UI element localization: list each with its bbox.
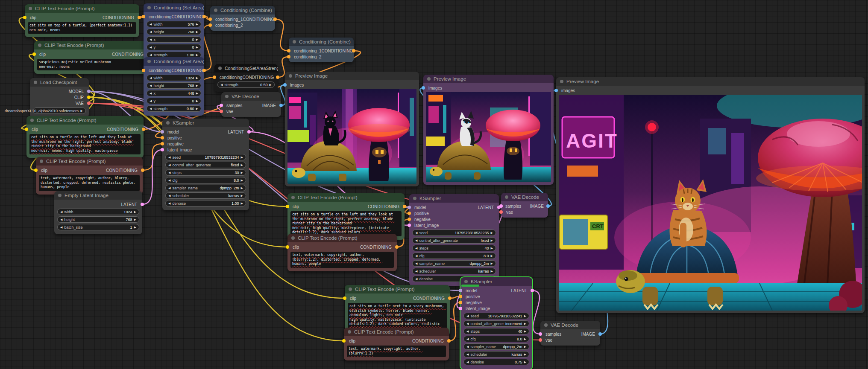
decrement-arrow-icon[interactable]: ◀ xyxy=(415,231,417,234)
output-port-conditioning[interactable] xyxy=(138,16,141,19)
combo-arrow-icon[interactable]: ▶ xyxy=(81,109,83,112)
increment-arrow-icon[interactable]: ▶ xyxy=(491,239,493,242)
collapse-dot-icon[interactable] xyxy=(29,7,32,10)
decrement-arrow-icon[interactable]: ◀ xyxy=(150,92,152,95)
node-clip-text-encode-6[interactable]: CLIP Text Encode (Prompt) clipCONDITIONI… xyxy=(287,234,397,271)
input-port-clip[interactable] xyxy=(286,205,289,208)
input-port-conditioning-2[interactable] xyxy=(208,23,212,27)
input-port-clip[interactable] xyxy=(342,339,346,343)
node-conditioning-set-area-strength[interactable]: ConditioningSetAreaStrength conditioning… xyxy=(214,64,278,92)
input-port-negative[interactable] xyxy=(408,218,411,221)
prompt-text[interactable]: cat sits on top of a turtle, (perfect an… xyxy=(28,22,136,34)
increment-arrow-icon[interactable]: ▶ xyxy=(524,322,526,325)
decrement-arrow-icon[interactable]: ◀ xyxy=(168,156,170,159)
increment-arrow-icon[interactable]: ▶ xyxy=(134,226,136,229)
node-title-bar[interactable]: ConditioningSetAreaStrength xyxy=(214,64,278,73)
widget-row[interactable]: ◀ seed 1079579318532235 ▶ xyxy=(412,230,496,236)
node-preview-image-1[interactable]: Preview Image images xyxy=(285,72,419,186)
increment-arrow-icon[interactable]: ▶ xyxy=(491,270,493,273)
collapse-dot-icon[interactable] xyxy=(291,236,295,240)
output-port-image[interactable] xyxy=(546,204,550,208)
output-port-vae[interactable] xyxy=(87,102,91,105)
node-title-bar[interactable]: KSampler xyxy=(409,194,499,203)
decrement-arrow-icon[interactable]: ◀ xyxy=(150,84,152,87)
output-port-conditioning[interactable] xyxy=(276,76,279,79)
collapse-dot-icon[interactable] xyxy=(413,197,416,200)
node-conditioning-set-area-2[interactable]: Conditioning (Set Area) conditioningCOND… xyxy=(144,57,204,116)
increment-arrow-icon[interactable]: ▶ xyxy=(241,186,243,189)
decrement-arrow-icon[interactable]: ◀ xyxy=(150,99,152,102)
decrement-arrow-icon[interactable]: ◀ xyxy=(168,163,170,166)
widget-row[interactable]: ◀ width 1024 ▶ xyxy=(147,75,201,81)
input-port-conditioning[interactable] xyxy=(213,76,216,79)
node-title-bar[interactable]: VAE Decode xyxy=(540,321,600,329)
decrement-arrow-icon[interactable]: ◀ xyxy=(60,218,62,221)
node-clip-text-encode-1[interactable]: CLIP Text Encode (Prompt) clipCONDITIONI… xyxy=(25,4,139,37)
widget-row[interactable]: ◀ seed 1079579318532241 ▶ xyxy=(463,313,529,319)
increment-arrow-icon[interactable]: ▶ xyxy=(196,46,198,49)
node-title-bar[interactable]: Empty Latent Image xyxy=(54,191,142,200)
decrement-arrow-icon[interactable]: ◀ xyxy=(168,179,170,182)
input-port-samples[interactable] xyxy=(499,204,503,208)
node-title-bar[interactable]: CLIP Text Encode (Prompt) xyxy=(344,328,449,336)
collapse-dot-icon[interactable] xyxy=(348,330,351,334)
increment-arrow-icon[interactable]: ▶ xyxy=(241,163,243,166)
widget-row[interactable]: ◀ scheduler karras ▶ xyxy=(165,192,246,199)
collapse-dot-icon[interactable] xyxy=(34,81,37,84)
node-clip-text-encode-4[interactable]: CLIP Text Encode (Prompt) clipCONDITIONI… xyxy=(36,157,143,195)
input-port-vae[interactable] xyxy=(499,210,503,214)
decrement-arrow-icon[interactable]: ◀ xyxy=(220,83,223,86)
decrement-arrow-icon[interactable]: ◀ xyxy=(168,202,170,205)
increment-arrow-icon[interactable]: ▶ xyxy=(241,156,243,159)
node-title-bar[interactable]: Conditioning (Set Area) xyxy=(144,57,204,66)
node-title-bar[interactable]: CLIP Text Encode (Prompt) xyxy=(36,157,143,166)
node-title-bar[interactable]: CLIP Text Encode (Prompt) xyxy=(287,234,397,242)
widget-row[interactable]: ◀ control_after_generate increment ▶ xyxy=(463,320,529,327)
output-port-clip[interactable] xyxy=(87,96,91,99)
decrement-arrow-icon[interactable]: ◀ xyxy=(168,171,170,174)
input-port-conditioning-2[interactable] xyxy=(287,55,290,58)
widget-row[interactable]: ◀ control_after_generate fixed ▶ xyxy=(165,162,246,168)
collapse-dot-icon[interactable] xyxy=(166,121,170,125)
node-title-bar[interactable]: Preview Image xyxy=(285,72,419,80)
prompt-text[interactable]: text, watermark, copyright, author, blur… xyxy=(39,175,140,191)
node-conditioning-set-area-1[interactable]: Conditioning (Set Area) conditioningCOND… xyxy=(144,3,204,62)
decrement-arrow-icon[interactable]: ◀ xyxy=(415,270,417,273)
prompt-text[interactable]: text, watermark, copyright, author, (blu… xyxy=(290,252,394,268)
node-title-bar[interactable]: KSampler xyxy=(162,119,249,127)
widget-row[interactable]: ◀ sampler_name dpmpp_2m ▶ xyxy=(165,185,246,191)
collapse-dot-icon[interactable] xyxy=(464,280,468,283)
widget-row[interactable]: ◀ sampler_name dpmpp_2m ▶ xyxy=(463,343,529,350)
input-port-vae[interactable] xyxy=(539,338,542,342)
decrement-arrow-icon[interactable]: ◀ xyxy=(168,194,170,197)
node-ksampler-2[interactable]: KSampler modelLATENT positive negative l… xyxy=(409,194,499,286)
input-port-latent-image[interactable] xyxy=(161,148,164,151)
input-port-clip[interactable] xyxy=(23,16,26,19)
node-graph-canvas[interactable]: CLIP Text Encode (Prompt) clipCONDITIONI… xyxy=(0,0,868,369)
widget-row[interactable]: ◀ control_after_generate fixed ▶ xyxy=(412,237,496,244)
collapse-dot-icon[interactable] xyxy=(218,67,222,70)
node-title-bar[interactable]: VAE Decode xyxy=(501,193,548,201)
increment-arrow-icon[interactable]: ▶ xyxy=(196,30,198,33)
widget-row[interactable]: ◀ y 0 ▶ xyxy=(147,44,201,50)
input-port-conditioning[interactable] xyxy=(142,15,145,18)
decrement-arrow-icon[interactable]: ◀ xyxy=(415,239,417,242)
decrement-arrow-icon[interactable]: ◀ xyxy=(466,322,469,325)
increment-arrow-icon[interactable]: ▶ xyxy=(524,330,526,333)
increment-arrow-icon[interactable]: ▶ xyxy=(196,107,198,110)
output-port-latent[interactable] xyxy=(531,289,534,292)
decrement-arrow-icon[interactable]: ◀ xyxy=(466,314,469,317)
decrement-arrow-icon[interactable]: ◀ xyxy=(168,186,170,189)
collapse-dot-icon[interactable] xyxy=(225,95,229,98)
input-port-model[interactable] xyxy=(161,130,164,134)
node-title-bar[interactable]: Preview Image xyxy=(423,75,554,83)
widget-row[interactable]: ◀ steps 40 ▶ xyxy=(463,328,529,334)
increment-arrow-icon[interactable]: ▶ xyxy=(524,360,526,363)
decrement-arrow-icon[interactable]: ◀ xyxy=(150,76,152,79)
increment-arrow-icon[interactable]: ▶ xyxy=(524,353,526,356)
widget-row[interactable]: ◀ x 448 ▶ xyxy=(147,90,201,96)
increment-arrow-icon[interactable]: ▶ xyxy=(241,194,243,197)
node-conditioning-combine-2[interactable]: Conditioning (Combine) conditioning_1CON… xyxy=(289,38,354,62)
increment-arrow-icon[interactable]: ▶ xyxy=(491,247,493,250)
decrement-arrow-icon[interactable]: ◀ xyxy=(60,210,62,213)
